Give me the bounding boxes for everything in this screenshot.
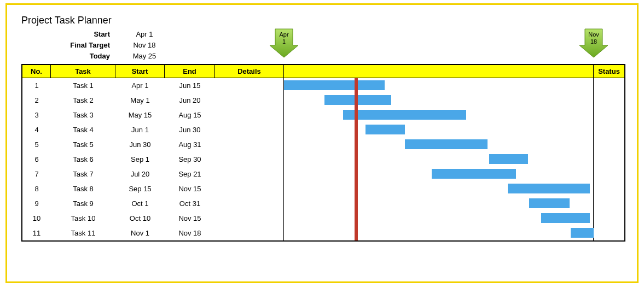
gantt-bar	[365, 125, 404, 134]
cell-task: Task 4	[51, 122, 115, 137]
cell-status	[594, 137, 624, 152]
col-header-no: No.	[22, 65, 51, 78]
cell-start: Oct 10	[115, 211, 165, 226]
cell-task: Task 11	[51, 226, 115, 240]
cell-details	[215, 93, 284, 108]
cell-gantt	[284, 211, 594, 226]
col-header-details: Details	[215, 65, 284, 78]
end-marker-arrow: Nov18	[579, 28, 608, 58]
cell-status	[594, 93, 624, 108]
cell-status	[594, 108, 624, 122]
cell-end: Aug 15	[165, 108, 215, 122]
cell-task: Task 5	[51, 137, 115, 152]
table-row: 11Task 11Nov 1Nov 18	[22, 226, 624, 240]
cell-task: Task 3	[51, 108, 115, 122]
cell-start: Nov 1	[115, 226, 165, 240]
table-row: 9Task 9Oct 1Oct 31	[22, 196, 624, 211]
meta-today-value: May 25	[120, 51, 169, 62]
table-row: 8Task 8Sep 15Nov 15	[22, 181, 624, 196]
cell-no: 4	[22, 122, 51, 137]
cell-start: Oct 1	[115, 196, 165, 211]
cell-status	[594, 152, 624, 167]
cell-gantt	[284, 108, 594, 122]
cell-no: 9	[22, 196, 51, 211]
cell-status	[594, 122, 624, 137]
cell-no: 3	[22, 108, 51, 122]
gantt-bar	[405, 139, 488, 149]
cell-status	[594, 211, 624, 226]
meta-final-value: Nov 18	[120, 40, 169, 51]
table-row: 5Task 5Jun 30Aug 31	[22, 137, 624, 152]
gantt-header	[284, 65, 594, 78]
cell-start: Jun 30	[115, 137, 165, 152]
gantt-bar	[432, 169, 516, 179]
table-row: 2Task 2May 1Jun 20	[22, 93, 624, 108]
gantt-bar	[529, 198, 570, 208]
table-row: 7Task 7Jul 20Sep 21	[22, 167, 624, 181]
col-header-task: Task	[51, 65, 115, 78]
table-row: 4Task 4Jun 1Jun 30	[22, 122, 624, 137]
cell-task: Task 10	[51, 211, 115, 226]
cell-end: Sep 30	[165, 152, 215, 167]
meta-start-value: Apr 1	[120, 29, 169, 40]
table-header: No. Task Start End Details Status	[22, 65, 624, 78]
cell-details	[215, 137, 284, 152]
cell-gantt	[284, 226, 594, 240]
cell-end: Aug 31	[165, 137, 215, 152]
cell-start: Jun 1	[115, 122, 165, 137]
cell-status	[594, 167, 624, 181]
cell-gantt	[284, 181, 594, 196]
cell-start: Sep 1	[115, 152, 165, 167]
cell-details	[215, 78, 284, 93]
col-header-start: Start	[115, 65, 165, 78]
cell-end: Jun 20	[165, 93, 215, 108]
cell-end: Nov 18	[165, 226, 215, 240]
cell-end: Nov 15	[165, 181, 215, 196]
cell-details	[215, 167, 284, 181]
cell-no: 6	[22, 152, 51, 167]
cell-no: 5	[22, 137, 51, 152]
cell-no: 8	[22, 181, 51, 196]
cell-task: Task 8	[51, 181, 115, 196]
cell-end: Nov 15	[165, 211, 215, 226]
table-row: 3Task 3May 15Aug 15	[22, 108, 624, 122]
cell-status	[594, 196, 624, 211]
cell-no: 11	[22, 226, 51, 240]
cell-no: 7	[22, 167, 51, 181]
col-header-status: Status	[594, 65, 624, 78]
cell-status	[594, 226, 624, 240]
cell-gantt	[284, 93, 594, 108]
cell-gantt	[284, 152, 594, 167]
table-body: 1Task 1Apr 1Jun 152Task 2May 1Jun 203Tas…	[22, 78, 624, 240]
cell-status	[594, 78, 624, 93]
cell-task: Task 2	[51, 93, 115, 108]
task-table: No. Task Start End Details Status 1Task …	[21, 64, 625, 242]
cell-gantt	[284, 137, 594, 152]
cell-end: Jun 15	[165, 78, 215, 93]
cell-details	[215, 108, 284, 122]
cell-details	[215, 211, 284, 226]
meta-start-label: Start	[21, 29, 120, 40]
cell-task: Task 9	[51, 196, 115, 211]
cell-details	[215, 181, 284, 196]
meta-final-label: Final Target	[21, 40, 120, 51]
cell-details	[215, 122, 284, 137]
meta-today-label: Today	[21, 51, 120, 62]
start-marker-arrow: Apr1	[270, 28, 298, 58]
col-header-end: End	[165, 65, 215, 78]
gantt-bar	[571, 228, 594, 238]
gantt-bar	[508, 184, 589, 193]
cell-no: 1	[22, 78, 51, 93]
today-line	[355, 78, 358, 240]
cell-task: Task 6	[51, 152, 115, 167]
cell-no: 2	[22, 93, 51, 108]
cell-gantt	[284, 196, 594, 211]
cell-task: Task 1	[51, 78, 115, 93]
cell-end: Sep 21	[165, 167, 215, 181]
page-title: Project Task Planner	[21, 15, 633, 26]
cell-details	[215, 196, 284, 211]
cell-start: Sep 15	[115, 181, 165, 196]
cell-start: Jul 20	[115, 167, 165, 181]
cell-status	[594, 181, 624, 196]
gantt-bar	[343, 110, 466, 120]
